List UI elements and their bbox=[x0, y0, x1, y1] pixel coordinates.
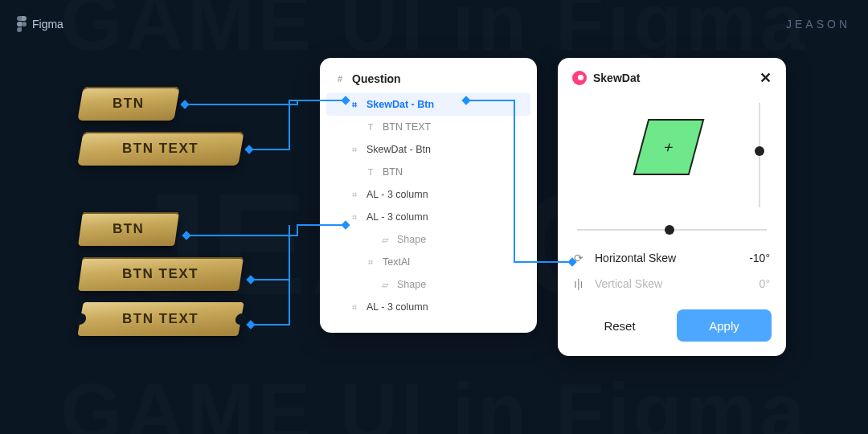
gold-button-showcase: BTN BTN TEXT BTN BTN TEXT BTN TEXT bbox=[80, 87, 241, 336]
horizontal-slider[interactable] bbox=[577, 229, 767, 231]
layer-type-icon: ⌗ bbox=[349, 145, 360, 155]
layer-row-5[interactable]: ⌗AL - 3 column bbox=[320, 206, 537, 228]
vertical-skew-row[interactable]: ı|ı Vertical Skew 0° bbox=[572, 271, 772, 297]
reset-button[interactable]: Reset bbox=[572, 309, 667, 342]
skewdat-icon bbox=[572, 71, 587, 85]
preview-shape[interactable]: + bbox=[633, 119, 705, 175]
gold-btn-2-label: BTN TEXT bbox=[122, 141, 199, 157]
figma-icon bbox=[16, 16, 27, 32]
gold-btn-4-label: BTN TEXT bbox=[122, 266, 199, 282]
svg-point-0 bbox=[22, 22, 27, 27]
svg-rect-2 bbox=[244, 145, 253, 154]
plus-icon: + bbox=[661, 138, 676, 157]
close-icon[interactable]: ✕ bbox=[760, 69, 772, 87]
figma-logo: Figma bbox=[16, 16, 63, 32]
vertical-skew-label: Vertical Skew bbox=[595, 277, 662, 290]
horizontal-skew-value: -10° bbox=[749, 252, 770, 264]
apply-button[interactable]: Apply bbox=[677, 309, 772, 342]
layer-label: AL - 3 column bbox=[366, 211, 428, 223]
layers-panel-header: # Question bbox=[320, 69, 537, 93]
layer-row-3[interactable]: TBTN bbox=[320, 161, 537, 183]
layers-title: Question bbox=[352, 72, 401, 85]
vertical-slider[interactable] bbox=[759, 103, 760, 207]
layer-label: AL - 3 column bbox=[366, 301, 428, 313]
plugin-preview: + bbox=[572, 95, 772, 219]
layer-label: AL - 3 column bbox=[366, 189, 428, 200]
horizontal-skew-label: Horizontal Skew bbox=[595, 252, 676, 264]
gold-btn-1-label: BTN bbox=[113, 96, 144, 112]
gold-btn-4[interactable]: BTN TEXT bbox=[78, 257, 244, 291]
author-watermark: JEASON bbox=[786, 18, 850, 31]
bg-text-bottom: GAME UI in Figma bbox=[0, 366, 868, 434]
layer-row-1[interactable]: TBTN TEXT bbox=[320, 116, 537, 138]
gold-btn-2[interactable]: BTN TEXT bbox=[77, 132, 244, 166]
layer-type-icon: ⌗ bbox=[349, 212, 360, 223]
layer-label: Shape bbox=[397, 234, 426, 245]
layer-type-icon: ▱ bbox=[379, 280, 391, 290]
vertical-skew-icon: ı|ı bbox=[574, 277, 587, 290]
plugin-title: SkewDat bbox=[593, 72, 640, 84]
layer-row-2[interactable]: ⌗SkewDat - Btn bbox=[320, 138, 537, 161]
layer-type-icon: ▱ bbox=[379, 235, 391, 245]
gold-btn-5-label: BTN TEXT bbox=[122, 311, 199, 327]
layers-panel: # Question ⌗SkewDat - BtnTBTN TEXT⌗SkewD… bbox=[320, 58, 537, 333]
layer-label: Shape bbox=[397, 279, 426, 290]
vertical-skew-value: 0° bbox=[760, 277, 770, 290]
gold-btn-1[interactable]: BTN bbox=[77, 87, 179, 121]
layer-type-icon: T bbox=[365, 167, 376, 177]
layer-type-icon: T bbox=[365, 122, 376, 132]
layer-label: SkewDat - Btn bbox=[366, 144, 431, 155]
plugin-header: SkewDat ✕ bbox=[572, 69, 772, 87]
layer-type-icon: ⌗ bbox=[349, 190, 360, 200]
layer-type-icon: ⌗ bbox=[349, 302, 360, 313]
layer-label: SkewDat - Btn bbox=[366, 99, 434, 110]
gold-btn-3-label: BTN bbox=[113, 221, 145, 237]
layer-label: BTN bbox=[383, 166, 403, 178]
layer-label: TextAl bbox=[383, 256, 410, 268]
frame-icon: # bbox=[334, 74, 346, 84]
layer-row-9[interactable]: ⌗AL - 3 column bbox=[320, 296, 537, 318]
layer-row-7[interactable]: ⌗TextAl bbox=[320, 251, 537, 273]
layer-label: BTN TEXT bbox=[383, 121, 431, 133]
layer-type-icon: ⌗ bbox=[349, 100, 360, 110]
layer-row-0[interactable]: ⌗SkewDat - Btn bbox=[326, 93, 530, 116]
skewdat-plugin-panel: SkewDat ✕ + ⟳ Horizontal Skew -10° ı|ı V… bbox=[558, 58, 786, 356]
layer-type-icon: ⌗ bbox=[365, 257, 376, 268]
horizontal-skew-row[interactable]: ⟳ Horizontal Skew -10° bbox=[572, 245, 772, 271]
refresh-icon: ⟳ bbox=[574, 252, 587, 264]
layer-row-4[interactable]: ⌗AL - 3 column bbox=[320, 183, 537, 206]
gold-btn-3[interactable]: BTN bbox=[78, 212, 179, 246]
layer-row-6[interactable]: ▱Shape bbox=[320, 228, 537, 251]
gold-btn-5[interactable]: BTN TEXT bbox=[77, 302, 244, 336]
figma-label: Figma bbox=[32, 18, 63, 31]
layer-row-8[interactable]: ▱Shape bbox=[320, 273, 537, 296]
